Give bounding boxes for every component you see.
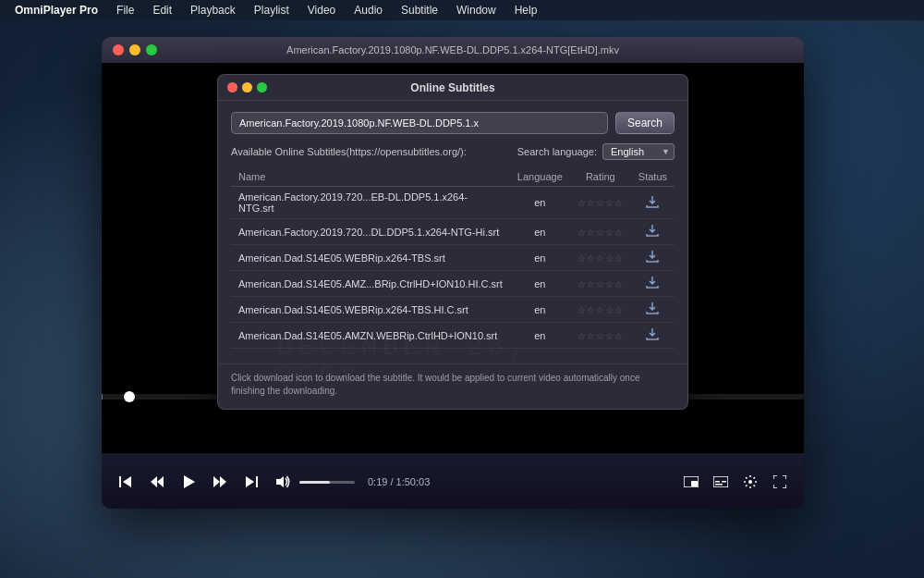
progress-handle[interactable] [124,391,135,402]
svg-marker-8 [123,476,131,487]
subtitle-rating: ☆☆☆☆☆ [570,297,631,323]
subtitle-rating: ☆☆☆☆☆ [570,187,631,219]
download-icon[interactable] [646,277,659,291]
col-name: Name [231,167,510,187]
menu-file[interactable]: File [109,0,141,20]
search-button[interactable]: Search [615,112,675,134]
pip-button[interactable] [678,469,704,495]
search-language-label: Search language: [517,146,597,157]
svg-rect-22 [715,484,723,486]
fast-forward-button[interactable] [207,469,233,495]
close-button[interactable] [113,44,124,55]
svg-marker-13 [220,476,226,487]
col-status: Status [631,167,675,187]
download-icon[interactable] [646,303,659,317]
menu-edit[interactable]: Edit [145,0,179,20]
maximize-button[interactable] [146,44,157,55]
controls-right [678,469,793,495]
fullscreen-button[interactable] [767,469,793,495]
dialog-titlebar: Online Subtitles [218,75,687,101]
info-row: Available Online Subtitles(https://opens… [231,143,675,160]
download-icon[interactable] [646,197,659,211]
minimize-button[interactable] [129,44,140,55]
menu-window[interactable]: Window [449,0,504,20]
subtitle-button[interactable] [708,469,734,495]
svg-marker-10 [157,476,164,487]
subtitle-download[interactable] [631,245,675,271]
settings-button[interactable] [737,469,763,495]
time-display: 0:19 / 1:50:03 [368,476,430,487]
search-row: Search [231,112,675,134]
player-window: American.Factory.2019.1080p.NF.WEB-DL.DD… [102,37,804,509]
language-select-wrapper: English Spanish French German Chinese Ja… [602,143,675,160]
menu-playlist[interactable]: Playlist [247,0,297,20]
download-icon[interactable] [646,329,659,343]
available-label: Available Online Subtitles(https://opens… [231,146,467,157]
subtitle-language: en [510,271,570,297]
dialog-minimize-button[interactable] [242,82,252,92]
language-select[interactable]: English Spanish French German Chinese Ja… [602,143,675,160]
language-select-wrap: Search language: English Spanish French … [517,143,675,160]
video-area: GIF Online Subtitles [102,63,804,453]
svg-marker-9 [151,476,157,487]
rewind-button[interactable] [144,469,170,495]
subtitle-download[interactable] [631,271,675,297]
menubar: OmniPlayer Pro File Edit Playback Playli… [0,0,924,20]
menu-help[interactable]: Help [507,0,545,20]
table-row: American.Dad.S14E05.WEBRip.x264-TBS.HI.C… [231,297,675,323]
subtitle-table: Name Language Rating Status American.Fac… [231,167,675,349]
menu-video[interactable]: Video [300,0,343,20]
table-row: American.Factory.2019.720...DL.DDP5.1.x2… [231,219,675,245]
menu-playback[interactable]: Playback [183,0,243,20]
svg-marker-16 [276,476,284,487]
svg-rect-7 [119,476,121,487]
dialog-zoom-button[interactable] [257,82,267,92]
dialog-footer: Click download icon to download the subt… [218,363,687,409]
skip-forward-button[interactable] [238,469,264,495]
subtitle-language: en [510,245,570,271]
subtitle-rating: ☆☆☆☆☆ [570,245,631,271]
subtitle-download[interactable] [631,323,675,349]
svg-rect-15 [256,476,258,487]
table-row: American.Dad.S14E05.AMZ...BRip.CtrlHD+IO… [231,271,675,297]
svg-rect-18 [691,481,698,486]
subtitle-rating: ☆☆☆☆☆ [570,271,631,297]
controls-bar: 0:19 / 1:50:03 [102,455,804,509]
svg-rect-21 [722,481,726,483]
subtitle-language: en [510,187,570,219]
col-rating: Rating [570,167,631,187]
subtitle-rating: ☆☆☆☆☆ [570,323,631,349]
search-input[interactable] [231,112,608,134]
progress-fill [102,394,103,400]
volume-slider[interactable] [299,481,355,484]
subtitle-language: en [510,219,570,245]
window-title: American.Factory.2019.1080p.NF.WEB-DL.DD… [286,44,619,55]
menu-subtitle[interactable]: Subtitle [394,0,445,20]
volume-area [270,469,355,495]
subtitle-name: American.Dad.S14E05.AMZN.WEBRip.CtrlHD+I… [231,323,510,349]
dialog-close-button[interactable] [227,82,237,92]
table-row: American.Factory.2019.720...EB-DL.DDP5.1… [231,187,675,219]
subtitle-download[interactable] [631,187,675,219]
menu-audio[interactable]: Audio [346,0,390,20]
subtitle-name: American.Dad.S14E05.WEBRip.x264-TBS.srt [231,245,510,271]
subtitle-download[interactable] [631,219,675,245]
play-button[interactable] [176,469,201,495]
volume-fill [299,481,330,484]
col-language: Language [510,167,570,187]
skip-back-button[interactable] [113,469,139,495]
download-icon[interactable] [646,252,659,265]
table-row: American.Dad.S14E05.AMZN.WEBRip.CtrlHD+I… [231,323,675,349]
volume-button[interactable] [270,469,296,495]
subtitle-name: American.Factory.2019.720...EB-DL.DDP5.1… [231,187,510,219]
svg-rect-20 [715,481,720,483]
download-icon[interactable] [646,226,659,240]
svg-marker-12 [213,476,220,487]
dialog-title: Online Subtitles [410,81,494,94]
subtitle-language: en [510,297,570,323]
subtitle-rating: ☆☆☆☆☆ [570,219,631,245]
title-bar: American.Factory.2019.1080p.NF.WEB-DL.DD… [102,37,804,63]
table-row: American.Dad.S14E05.WEBRip.x264-TBS.srt … [231,245,675,271]
app-name[interactable]: OmniPlayer Pro [7,0,105,20]
subtitle-download[interactable] [631,297,675,323]
